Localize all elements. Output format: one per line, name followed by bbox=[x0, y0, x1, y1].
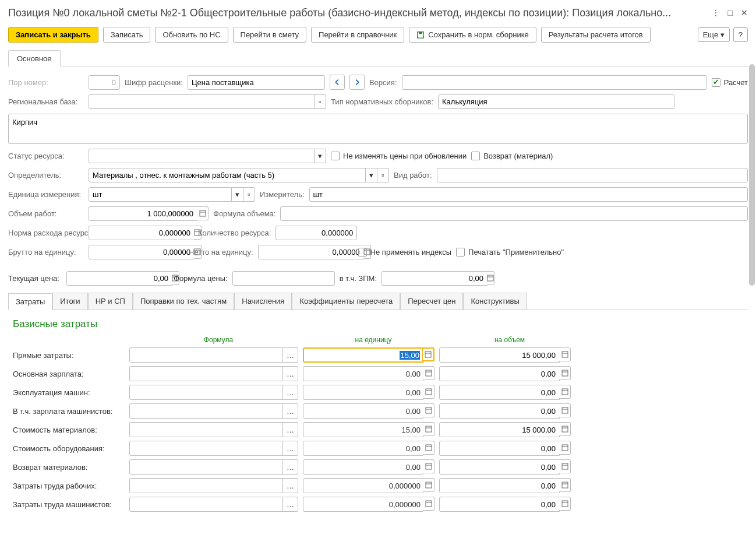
sub-tab-3[interactable]: Поправки по тех. частям bbox=[133, 293, 234, 310]
sub-tab-0[interactable]: Затраты bbox=[8, 293, 52, 310]
version-input[interactable] bbox=[402, 75, 707, 90]
zpm-input[interactable] bbox=[381, 271, 487, 286]
unit-open-button[interactable]: ▫ bbox=[243, 187, 255, 202]
cost-volume-input[interactable] bbox=[439, 459, 560, 475]
cost-formula-input[interactable] bbox=[129, 422, 283, 437]
dots-button[interactable]: … bbox=[283, 478, 298, 493]
dots-button[interactable]: … bbox=[283, 385, 298, 400]
unit-input[interactable] bbox=[89, 187, 232, 202]
cost-formula-input[interactable] bbox=[129, 366, 283, 381]
netto-input[interactable] bbox=[258, 245, 364, 259]
cost-unit-input[interactable]: 0,000000 bbox=[303, 497, 423, 512]
cost-unit-input[interactable]: 0,00 bbox=[303, 459, 423, 475]
calculator-icon[interactable] bbox=[423, 403, 434, 417]
norm-type-input[interactable] bbox=[438, 94, 674, 109]
cost-unit-input[interactable]: 15,00 bbox=[303, 422, 423, 437]
calculator-icon[interactable] bbox=[423, 347, 434, 361]
cost-volume-input[interactable] bbox=[439, 497, 560, 512]
no-index-checkbox[interactable]: Не применять индексы bbox=[358, 248, 451, 257]
dots-button[interactable]: … bbox=[283, 459, 298, 475]
calculator-icon[interactable] bbox=[559, 459, 571, 473]
maximize-icon[interactable]: □ bbox=[728, 8, 733, 17]
calculator-icon[interactable] bbox=[423, 441, 434, 455]
save-button[interactable]: Записать bbox=[103, 27, 151, 43]
save-close-button[interactable]: Записать и закрыть bbox=[8, 27, 98, 43]
calculator-icon[interactable] bbox=[559, 422, 571, 436]
save-norm-button[interactable]: Сохранить в норм. сборнике bbox=[409, 27, 536, 43]
cost-volume-input[interactable] bbox=[439, 347, 560, 363]
sub-tab-1[interactable]: Итоги bbox=[52, 293, 87, 310]
sub-tab-5[interactable]: Коэффициенты пересчета bbox=[292, 293, 400, 310]
calc-checkbox[interactable]: Расчет bbox=[712, 78, 748, 87]
volume-input[interactable] bbox=[89, 206, 197, 221]
current-price-input[interactable] bbox=[66, 271, 172, 286]
brutto-input[interactable] bbox=[89, 245, 195, 259]
volume-formula-input[interactable] bbox=[280, 206, 748, 221]
scrollbar-thumb[interactable] bbox=[749, 64, 755, 286]
dots-button[interactable]: … bbox=[283, 497, 298, 512]
cost-unit-input[interactable]: 15,00 bbox=[303, 347, 423, 363]
determ-dropdown-button[interactable]: ▾ bbox=[366, 168, 377, 182]
cost-unit-input[interactable]: 0,00 bbox=[303, 366, 423, 381]
determ-open-button[interactable]: ▫ bbox=[377, 168, 389, 182]
calculator-icon[interactable] bbox=[559, 385, 571, 399]
results-button[interactable]: Результаты расчета итогов bbox=[541, 27, 651, 43]
work-type-input[interactable] bbox=[437, 168, 748, 182]
sub-tab-6[interactable]: Пересчет цен bbox=[400, 293, 463, 310]
dots-button[interactable]: … bbox=[283, 403, 298, 419]
cost-volume-input[interactable] bbox=[439, 385, 560, 400]
cost-formula-input[interactable] bbox=[129, 403, 283, 419]
dots-button[interactable]: … bbox=[283, 422, 298, 437]
calculator-icon[interactable] bbox=[423, 478, 434, 492]
cost-volume-input[interactable] bbox=[439, 403, 560, 419]
cost-volume-input[interactable] bbox=[439, 366, 560, 381]
menu-icon[interactable]: ⋮ bbox=[712, 8, 720, 17]
calculator-icon[interactable] bbox=[559, 347, 571, 361]
unit-dropdown-button[interactable]: ▾ bbox=[232, 187, 243, 202]
next-button[interactable] bbox=[349, 75, 365, 90]
cost-formula-input[interactable] bbox=[129, 478, 283, 493]
calculator-icon[interactable] bbox=[423, 497, 434, 511]
dots-button[interactable]: … bbox=[283, 366, 298, 381]
calculator-icon[interactable] bbox=[559, 497, 571, 511]
calculator-icon[interactable] bbox=[423, 459, 434, 473]
calculator-icon[interactable] bbox=[559, 441, 571, 455]
determ-input[interactable] bbox=[89, 168, 366, 182]
cost-volume-input[interactable] bbox=[439, 422, 560, 437]
calculator-icon[interactable] bbox=[423, 385, 434, 399]
cost-formula-input[interactable] bbox=[129, 347, 283, 363]
calculator-icon[interactable] bbox=[197, 206, 209, 220]
update-ns-button[interactable]: Обновить по НС bbox=[155, 27, 228, 43]
tab-main[interactable]: Основное bbox=[8, 50, 61, 66]
cost-unit-input[interactable]: 0,00 bbox=[303, 385, 423, 400]
cost-formula-input[interactable] bbox=[129, 385, 283, 400]
price-formula-input[interactable] bbox=[232, 271, 335, 286]
norm-rate-input[interactable] bbox=[89, 226, 195, 240]
sub-tab-4[interactable]: Начисления bbox=[234, 293, 292, 310]
cost-unit-input[interactable]: 0,00 bbox=[303, 403, 423, 419]
measure-input[interactable] bbox=[309, 187, 748, 202]
calculator-icon[interactable] bbox=[423, 366, 434, 380]
more-button[interactable]: Еще ▾ bbox=[698, 27, 730, 42]
description-textarea[interactable]: Кирпич bbox=[8, 114, 748, 144]
cost-formula-input[interactable] bbox=[129, 441, 283, 456]
close-icon[interactable]: ✕ bbox=[741, 8, 748, 17]
calculator-icon[interactable] bbox=[559, 478, 571, 492]
reg-base-input[interactable] bbox=[89, 94, 315, 109]
cost-unit-input[interactable]: 0,00 bbox=[303, 441, 423, 456]
shifr-input[interactable] bbox=[188, 75, 325, 90]
sub-tab-7[interactable]: Конструктивы bbox=[463, 293, 527, 310]
calculator-icon[interactable] bbox=[559, 366, 571, 380]
dots-button[interactable]: … bbox=[283, 441, 298, 456]
qty-input[interactable] bbox=[275, 226, 357, 240]
cost-unit-input[interactable]: 0,000000 bbox=[303, 478, 423, 493]
print-approx-checkbox[interactable]: Печатать "Применительно" bbox=[456, 248, 564, 257]
status-dropdown-button[interactable]: ▾ bbox=[315, 149, 326, 163]
prev-button[interactable] bbox=[330, 75, 345, 90]
dots-button[interactable]: … bbox=[283, 347, 298, 363]
calculator-icon[interactable] bbox=[423, 422, 434, 436]
goto-ref-button[interactable]: Перейти в справочник bbox=[311, 27, 404, 43]
cost-volume-input[interactable] bbox=[439, 441, 560, 456]
calculator-icon[interactable] bbox=[487, 271, 494, 285]
cost-formula-input[interactable] bbox=[129, 459, 283, 475]
